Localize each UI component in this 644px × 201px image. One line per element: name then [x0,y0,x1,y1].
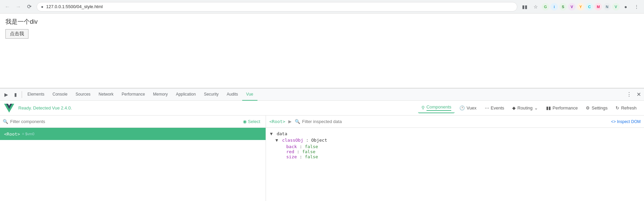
tab-security[interactable]: Security [200,88,223,101]
filter-inspected-input[interactable] [302,119,609,124]
browser-toolbar: ← → ⟳ ● 127.0.0.1:5500/04_style.html ▮▮ … [0,0,644,14]
classobj-section: ▼ classObj : Object [275,138,640,143]
cast-button[interactable]: ▮▮ [520,2,529,12]
data-indent: ▼ classObj : Object back : false red [270,138,640,159]
performance-icon: ▮▮ [546,105,551,110]
right-filter-search-icon: 🔍 [295,119,300,124]
ext-orange-icon[interactable]: Y [577,3,584,11]
devtools-tabs-bar: ▶ ▮ Elements Console Sources Network Per… [0,88,644,101]
lock-icon: ● [41,4,43,9]
tool-events-button[interactable]: ⋯ Events [481,104,508,112]
tab-application[interactable]: Application [172,88,200,101]
vue-content: 🔍 ◉ Select <Root> = $vm0 <Root> ► 🔍 [0,116,644,201]
device-toggle-button[interactable]: ▮ [11,90,20,99]
click-button[interactable]: 点击我 [5,29,28,39]
components-icon: ⚲ [421,105,425,110]
vue-ready-text: Ready. Detected Vue 2.4.0. [18,105,72,110]
size-prop: size : false [286,154,640,159]
tool-performance-button[interactable]: ▮▮ Performance [543,104,581,112]
component-list: <Root> = $vm0 [0,128,266,201]
tab-sources[interactable]: Sources [71,88,95,101]
vue-toolbar: Ready. Detected Vue 2.4.0. ⚲ Components … [0,101,644,116]
red-key: red [286,149,294,154]
red-colon: : [297,149,302,154]
inspect-element-button[interactable]: ▶ [1,90,11,99]
classobj-key: classObj [282,138,304,143]
back-prop: back : false [286,144,640,149]
right-header: <Root> ► 🔍 <> Inspect DOM [266,116,644,128]
refresh-label: Refresh [621,105,637,110]
tool-refresh-button[interactable]: ↻ Refresh [612,104,640,112]
data-key: data [277,131,287,136]
ext-grey-icon[interactable]: N [603,3,611,11]
root-tag[interactable]: <Root> [269,119,285,124]
tool-components-button[interactable]: ⚲ Components [418,103,455,113]
select-button[interactable]: ◉ Select [240,118,263,125]
menu-button[interactable]: ⋮ [632,2,641,12]
back-button[interactable]: ← [3,2,12,12]
component-vm: = $vm0 [22,132,34,136]
classobj-props: back : false red : false size : f [275,144,640,159]
vuex-icon: 🕐 [459,105,465,110]
ext-pink-icon[interactable]: M [595,3,602,11]
devtools-more-button[interactable]: ⋮ [625,91,633,99]
select-label: Select [248,119,260,124]
ext-teal-icon[interactable]: C [586,3,593,11]
component-row[interactable]: <Root> = $vm0 [0,128,266,140]
devtools-close-button[interactable]: ✕ [635,91,643,99]
tab-elements[interactable]: Elements [23,88,48,101]
size-colon: : [299,154,305,159]
devtools: ▶ ▮ Elements Console Sources Network Per… [0,88,644,201]
data-section: ▼ data [270,131,640,136]
address-bar[interactable]: ● 127.0.0.1:5500/04_style.html [37,2,517,12]
classobj-type: Object [311,138,327,143]
right-panel: <Root> ► 🔍 <> Inspect DOM ▼ data ▼ class… [266,116,644,201]
back-key: back [286,144,297,149]
ext-vue-icon[interactable]: V [612,3,620,11]
ext-shield-icon[interactable]: S [559,3,567,11]
ext-purple-icon[interactable]: V [568,3,576,11]
events-icon: ⋯ [485,105,489,110]
page-content: 我是一个div 点击我 [0,14,644,88]
settings-icon: ⚙ [586,105,590,110]
devtools-tabs-right: ⋮ ✕ [625,91,643,99]
settings-label: Settings [591,105,607,110]
filter-components-input[interactable] [10,119,238,124]
classobj-triangle: ▼ [275,138,278,143]
forward-button[interactable]: → [14,2,23,12]
data-panel: ▼ data ▼ classObj : Object back : [266,128,644,163]
filter-search-icon: 🔍 [3,119,8,124]
data-triangle: ▼ [270,131,273,136]
performance-label: Performance [553,105,578,110]
profile-button[interactable]: ● [621,2,630,12]
tab-performance[interactable]: Performance [118,88,149,101]
filter-bar: 🔍 ◉ Select [0,116,266,128]
red-value: false [302,149,315,154]
page-heading: 我是一个div [5,18,639,26]
routing-icon: ◆ [512,105,516,110]
tool-settings-button[interactable]: ⚙ Settings [582,104,611,112]
reload-button[interactable]: ⟳ [24,2,34,12]
tab-vue[interactable]: Vue [242,88,257,101]
classobj-colon: : [306,138,311,143]
vue-logo [4,104,14,113]
components-label: Components [427,104,452,111]
tab-console[interactable]: Console [48,88,71,101]
nav-buttons: ← → ⟳ [3,2,34,12]
ext-google-icon[interactable]: G [542,3,549,11]
tab-audits[interactable]: Audits [223,88,242,101]
select-icon: ◉ [243,119,247,124]
back-value: false [305,144,318,149]
bookmark-button[interactable]: ☆ [531,2,540,12]
inspect-dom-button[interactable]: <> Inspect DOM [611,119,641,124]
tab-network[interactable]: Network [95,88,118,101]
ext-info-icon[interactable]: i [550,3,558,11]
right-header-arrow: ► [287,119,293,125]
tool-vuex-button[interactable]: 🕐 Vuex [456,104,480,112]
tool-routing-button[interactable]: ◆ Routing ⌄ [509,104,541,112]
browser-actions: ▮▮ ☆ G i S V Y C M N V ● ⋮ [520,2,641,12]
tab-memory[interactable]: Memory [149,88,172,101]
vue-logo-container [4,104,14,113]
red-prop: red : false [286,149,640,154]
routing-chevron-icon: ⌄ [534,105,538,110]
